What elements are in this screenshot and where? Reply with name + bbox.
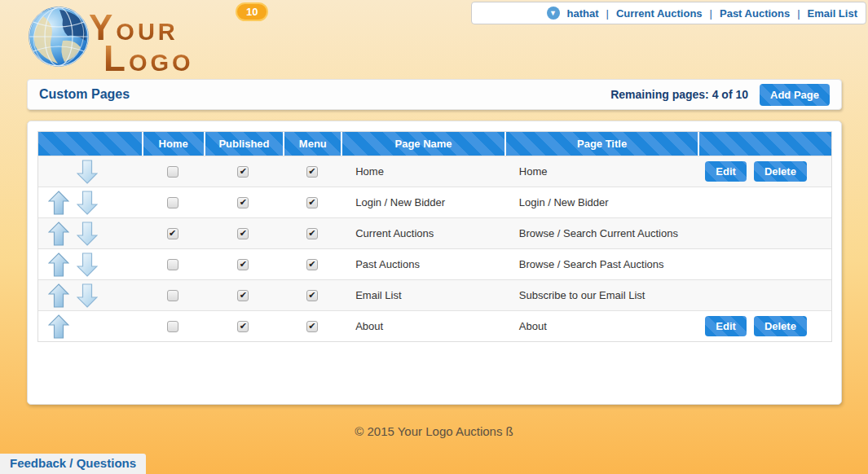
feedback-questions-tab[interactable]: Feedback / Questions <box>0 454 146 474</box>
delete-button[interactable]: Delete <box>754 161 807 182</box>
home-checkbox[interactable] <box>167 259 178 270</box>
home-checkbox[interactable] <box>167 228 178 239</box>
menu-checkbox[interactable] <box>306 228 318 239</box>
custom-pages-panel: Home Published Menu Page Name Page Title… <box>27 121 842 405</box>
menu-checkbox[interactable] <box>306 166 318 178</box>
page-title-bar: Custom Pages Remaining pages: 4 of 10 Ad… <box>27 79 842 110</box>
published-checkbox[interactable] <box>237 259 249 270</box>
move-down-button[interactable] <box>77 160 98 184</box>
published-checkbox[interactable] <box>237 321 249 332</box>
globe-logo-icon <box>27 5 90 68</box>
column-header-actions <box>698 132 831 156</box>
published-checkbox[interactable] <box>237 197 249 208</box>
top-navigation-bar: ▼ hathat | Current Auctions | Past Aucti… <box>471 2 866 24</box>
logo-word: OGO <box>129 50 194 76</box>
site-logo[interactable]: YOUR LOGO <box>89 10 194 77</box>
column-header-page-name: Page Name <box>341 132 504 156</box>
move-up-button[interactable] <box>48 252 69 277</box>
column-header-menu: Menu <box>283 132 341 156</box>
page-name-cell: Home <box>341 156 504 187</box>
page-name-cell: Email List <box>341 280 504 310</box>
nav-link-email-list[interactable]: Email List <box>808 7 857 20</box>
column-header-published: Published <box>204 132 284 156</box>
move-up-button[interactable] <box>48 222 69 246</box>
nav-separator: | <box>797 7 800 20</box>
copyright-text: © 2015 Your Logo Auctions ß <box>0 424 868 438</box>
notification-count-badge: 10 <box>236 2 268 21</box>
page-name-cell: Login / New Bidder <box>341 187 504 217</box>
column-header-reorder <box>38 132 142 156</box>
home-checkbox[interactable] <box>167 197 178 208</box>
page-title-cell: Home <box>504 156 698 187</box>
menu-checkbox[interactable] <box>306 259 318 270</box>
page-title: Custom Pages <box>39 87 130 102</box>
move-down-button[interactable] <box>77 222 98 246</box>
custom-pages-table: Home Published Menu Page Name Page Title… <box>37 131 832 342</box>
user-dropdown-icon[interactable]: ▼ <box>547 7 560 20</box>
move-up-button[interactable] <box>48 283 69 308</box>
table-header-row: Home Published Menu Page Name Page Title <box>38 132 831 156</box>
table-row: Login / New Bidder Login / New Bidder Ed… <box>38 187 831 217</box>
edit-button[interactable]: Edit <box>705 316 747 336</box>
nav-separator: | <box>606 7 609 20</box>
home-checkbox[interactable] <box>167 290 178 301</box>
menu-checkbox[interactable] <box>306 197 318 208</box>
table-body: Home Home Edit Delete Login / New Bidder… <box>38 156 831 341</box>
page-title-cell: Login / New Bidder <box>504 187 698 217</box>
remaining-pages-label: Remaining pages: 4 of 10 <box>610 88 748 101</box>
page-name-cell: Current Auctions <box>341 218 504 248</box>
column-header-page-title: Page Title <box>504 132 698 156</box>
page-name-cell: Past Auctions <box>341 249 504 279</box>
edit-button[interactable]: Edit <box>705 161 747 182</box>
page-name-cell: About <box>341 311 504 341</box>
table-row: Current Auctions Browse / Search Current… <box>38 217 831 248</box>
menu-checkbox[interactable] <box>306 290 318 301</box>
table-row: Email List Subscribe to our Email List E… <box>38 279 831 310</box>
table-row: About About Edit Delete <box>38 310 831 341</box>
move-down-button[interactable] <box>77 283 98 308</box>
page-title-cell: Browse / Search Past Auctions <box>504 249 698 279</box>
published-checkbox[interactable] <box>237 166 249 178</box>
page-title-cell: About <box>504 311 698 341</box>
move-down-button[interactable] <box>77 252 98 277</box>
table-row: Past Auctions Browse / Search Past Aucti… <box>38 248 831 279</box>
home-checkbox[interactable] <box>167 321 178 332</box>
page-title-cell: Browse / Search Current Auctions <box>504 218 698 248</box>
nav-link-past-auctions[interactable]: Past Auctions <box>720 7 790 20</box>
column-header-home: Home <box>142 132 204 156</box>
page-title-cell: Subscribe to our Email List <box>504 280 698 310</box>
nav-separator: | <box>710 7 712 20</box>
move-down-button[interactable] <box>77 191 98 215</box>
move-up-button[interactable] <box>48 191 69 215</box>
published-checkbox[interactable] <box>237 228 249 239</box>
delete-button[interactable]: Delete <box>754 316 807 336</box>
nav-link-current-auctions[interactable]: Current Auctions <box>616 7 703 20</box>
published-checkbox[interactable] <box>237 290 249 301</box>
add-page-button[interactable]: Add Page <box>760 84 830 106</box>
menu-checkbox[interactable] <box>306 321 318 332</box>
home-checkbox[interactable] <box>167 166 178 178</box>
user-menu-link[interactable]: hathat <box>567 7 599 20</box>
table-row: Home Home Edit Delete <box>38 156 831 187</box>
logo-letter: L <box>104 38 129 78</box>
move-up-button[interactable] <box>48 314 69 339</box>
